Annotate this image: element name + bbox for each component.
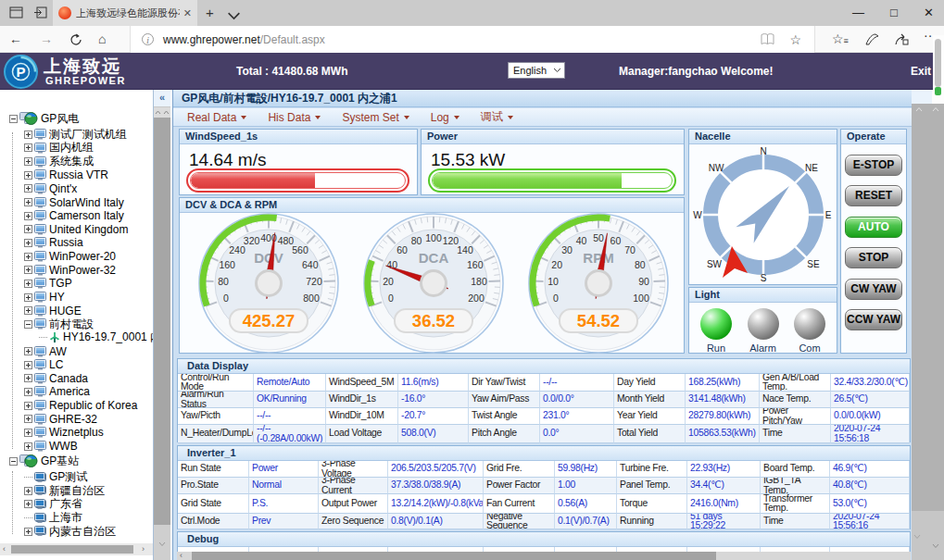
tree-item[interactable]: HUGE xyxy=(0,304,154,317)
power-bar xyxy=(428,168,676,193)
refresh-icon[interactable] xyxy=(69,33,82,46)
svg-text:W: W xyxy=(693,210,702,220)
welcome-text: Manager:fangchao Welcome! xyxy=(619,65,773,78)
svg-text:0: 0 xyxy=(553,292,559,304)
language-select[interactable]: English xyxy=(508,62,565,79)
table-value: 231.0° xyxy=(540,408,614,425)
tree-item[interactable]: 新疆自治区 xyxy=(0,484,154,498)
tree-item[interactable]: 上海市 xyxy=(0,511,154,525)
tree-item[interactable]: 内蒙古自治区 xyxy=(0,525,154,539)
tree-item[interactable]: GP基站 xyxy=(0,453,154,470)
scroll-down-icon[interactable] xyxy=(154,525,170,560)
set-tabs-aside-icon[interactable] xyxy=(33,6,47,19)
url-text[interactable]: www.ghrepower.net/Default.aspx xyxy=(163,33,325,46)
forward-icon[interactable]: → xyxy=(40,31,53,46)
favorites-hub-icon[interactable]: ☆≡ xyxy=(832,31,849,46)
tree-item[interactable]: 广东省 xyxy=(0,498,154,512)
scrollbar-thumb[interactable] xyxy=(912,104,944,511)
table-label: N_Heater/DumpLoad xyxy=(178,425,254,443)
table-value: --/-- xyxy=(254,408,326,425)
tree-item[interactable]: Republic of Korea xyxy=(0,399,154,413)
table-label: Dir Yaw/Twist xyxy=(469,374,540,392)
tree-item[interactable]: TGP xyxy=(0,277,154,291)
menu-item-4[interactable]: 调试 xyxy=(481,109,513,125)
power-panel: Power 15.53 kW xyxy=(421,129,685,195)
menu-item-2[interactable]: System Set xyxy=(342,111,409,124)
tree-item[interactable]: 国内机组 xyxy=(0,142,154,156)
reset-button[interactable]: RESET xyxy=(845,185,902,206)
main-horizontal-scrollbar[interactable]: ‹ xyxy=(177,552,911,560)
share-icon[interactable] xyxy=(895,33,909,45)
tree-item[interactable]: 系统集成 xyxy=(0,155,154,168)
back-icon[interactable]: ← xyxy=(9,31,22,46)
e-stop-button[interactable]: E-STOP xyxy=(845,155,902,176)
tree-item[interactable]: America xyxy=(0,385,154,399)
site-info-icon[interactable]: i xyxy=(142,33,154,45)
cw-yaw-button[interactable]: CW YAW xyxy=(845,279,902,300)
ccw-yaw-button[interactable]: CCW YAW xyxy=(845,309,902,330)
table-value: 508.0(V) xyxy=(398,425,469,443)
tree-item[interactable]: 测试厂测试机组 xyxy=(0,128,154,142)
maximize-button[interactable]: □ xyxy=(890,6,898,19)
table-label: Torque xyxy=(617,494,687,514)
page-vertical-scrollbar[interactable]: « xyxy=(154,90,170,560)
table-label: Gen A/B/Load Temp. xyxy=(760,374,831,392)
sidebar-horizontal-scrollbar[interactable]: ‹ › xyxy=(0,543,153,555)
tree-item[interactable]: Canada xyxy=(0,372,154,386)
light-title: Light xyxy=(689,288,837,303)
total-energy: Total : 41480.68 MWh xyxy=(236,65,347,78)
menu-item-1[interactable]: His Data xyxy=(268,111,321,124)
tree-item[interactable]: WWB xyxy=(0,440,154,454)
tree-item[interactable]: Russia xyxy=(0,236,154,250)
tab-close-icon[interactable]: ✕ xyxy=(183,7,192,19)
tree-item[interactable]: Wiznetplus xyxy=(0,426,154,440)
table-value: 53.0(℃) xyxy=(830,494,910,514)
scroll-up-icon[interactable] xyxy=(932,106,939,112)
scroll-up-icon[interactable] xyxy=(915,106,923,112)
url-bar[interactable]: i www.ghrepower.net/Default.aspx ☆ xyxy=(130,26,815,53)
reading-view-icon[interactable] xyxy=(761,33,774,45)
nacelle-title: Nacelle xyxy=(689,130,837,144)
sidebar-collapse-icon[interactable]: « xyxy=(154,90,170,106)
tree-item[interactable]: SolarWind Italy xyxy=(0,195,154,209)
favorite-star-icon[interactable]: ☆ xyxy=(789,32,801,47)
annotate-pen-icon[interactable] xyxy=(865,33,880,45)
tree-item[interactable]: HY16-19.7_0001 内之 xyxy=(0,331,154,345)
tree-item[interactable]: Camerson Italy xyxy=(0,209,154,223)
tree-item[interactable]: HY xyxy=(0,291,154,305)
tree-item[interactable]: GP测试 xyxy=(0,470,154,484)
tree-item[interactable]: LC xyxy=(0,358,154,372)
scroll-up-icon[interactable] xyxy=(154,107,170,118)
tab-preview-icon[interactable] xyxy=(9,6,23,19)
stop-button[interactable]: STOP xyxy=(845,247,902,268)
scroll-down-icon[interactable] xyxy=(932,543,939,549)
scrollbar-thumb[interactable] xyxy=(154,118,170,525)
menu-item-0[interactable]: Real Data xyxy=(187,111,246,124)
home-icon[interactable]: ⌂ xyxy=(98,31,106,46)
tree-item[interactable]: United Kingdom xyxy=(0,222,154,236)
exit-link[interactable]: Exit xyxy=(911,65,931,78)
table-label: Yaw/Picth xyxy=(178,408,254,425)
close-button[interactable]: ✕ xyxy=(924,6,934,19)
browser-scrollbar[interactable] xyxy=(933,35,944,102)
tree-item[interactable]: AW xyxy=(0,344,154,358)
new-tab-button[interactable]: + xyxy=(206,5,214,20)
table-label: Output Power xyxy=(319,494,388,514)
table-value: --/-- (-0.28A/0.00kW) xyxy=(254,425,326,443)
tree-item[interactable]: WinPower-20 xyxy=(0,250,154,264)
minimize-button[interactable]: — xyxy=(852,6,864,19)
tree-item[interactable]: GP风电 xyxy=(0,110,154,128)
menu-item-3[interactable]: Log xyxy=(431,111,459,124)
tree-item[interactable]: GHRE-32 xyxy=(0,412,154,426)
table-value: 26.5(℃) xyxy=(831,392,910,408)
right-scrollbar-band[interactable] xyxy=(912,90,944,560)
tree-item[interactable]: WinPower-32 xyxy=(0,263,154,277)
table-value: 168.25(kWh) xyxy=(686,374,760,392)
browser-tab[interactable]: 上海致远绿色能源股份有 ✕ xyxy=(53,0,197,26)
tab-list-chevron-icon[interactable] xyxy=(227,10,241,22)
tree-item[interactable]: Russia VTR xyxy=(0,168,154,182)
tree-item[interactable]: Qint'x xyxy=(0,182,154,196)
tree-item[interactable]: 前村電設 xyxy=(0,317,154,331)
scroll-down-icon[interactable] xyxy=(913,534,921,540)
auto-button[interactable]: AUTO xyxy=(845,217,902,238)
